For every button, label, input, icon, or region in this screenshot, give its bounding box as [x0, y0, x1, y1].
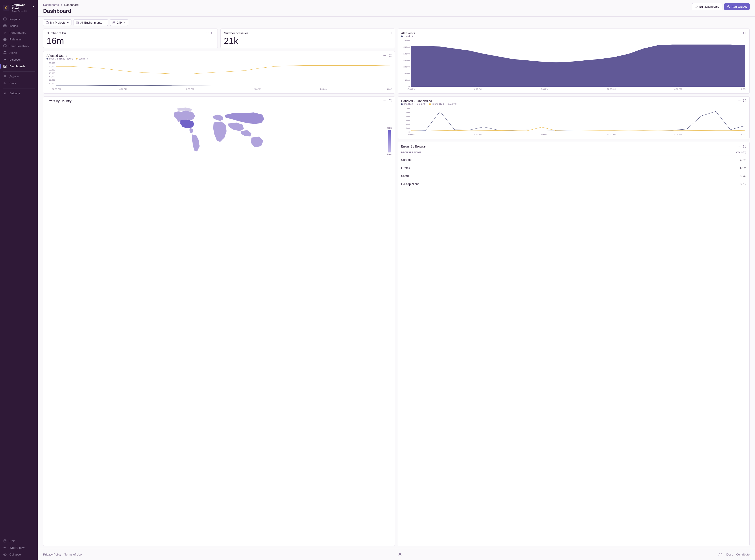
projects-filter[interactable]: My Projects [43, 19, 72, 26]
expand-icon[interactable] [388, 54, 392, 57]
chevron-down-icon [123, 22, 126, 24]
svg-point-40 [385, 101, 386, 101]
svg-text:0: 0 [408, 131, 410, 133]
widget-title: Number of Issues [224, 32, 249, 35]
footer-link[interactable]: Docs [726, 553, 733, 556]
sidebar-item-label: Performance [9, 31, 26, 34]
widget-title: Affected Users [46, 54, 88, 58]
sidebar-item-collapse[interactable]: Collapse [0, 551, 38, 558]
chevron-down-icon [33, 5, 35, 8]
page-title: Dashboard [43, 8, 79, 14]
sidebar-item-dashboards[interactable]: Dashboards [0, 63, 38, 69]
sidebar-item-label: What's new [9, 546, 24, 549]
svg-text:50,000: 50,000 [49, 69, 55, 71]
topbar: Dashboards Dashboard Dashboard Edit Dash… [38, 0, 755, 17]
sidebar-item-performance[interactable]: Performance [0, 29, 38, 36]
dashboards-icon [3, 64, 7, 68]
expand-icon[interactable] [743, 32, 746, 35]
svg-rect-0 [4, 18, 6, 20]
org-logo [3, 5, 9, 11]
sidebar-item-label: Stats [9, 81, 16, 85]
sidebar-item-settings[interactable]: Settings [0, 90, 38, 97]
sentry-logo-icon [398, 552, 402, 557]
expand-icon[interactable] [388, 99, 392, 102]
svg-text:20,000: 20,000 [49, 79, 55, 81]
footer-link[interactable]: Privacy Policy [43, 553, 61, 556]
calendar-icon [112, 21, 116, 24]
sidebar-item-label: Dashboards [9, 65, 25, 68]
expand-icon[interactable] [211, 32, 214, 35]
more-icon[interactable] [383, 32, 386, 35]
footer-link[interactable]: Terms of Use [64, 553, 82, 556]
sidebar-item-label: Alerts [9, 51, 17, 55]
sidebar-item-help[interactable]: Help [0, 538, 38, 544]
edit-dashboard-button[interactable]: Edit Dashboard [692, 3, 722, 10]
svg-text:600: 600 [406, 119, 410, 121]
sidebar: Empower Plant Jane Schmidt ProjectsIssue… [0, 0, 38, 560]
performance-icon [3, 31, 7, 34]
svg-rect-5 [5, 66, 6, 67]
svg-rect-3 [4, 65, 5, 67]
time-range-filter[interactable]: 24H [110, 19, 128, 26]
more-icon[interactable] [738, 99, 741, 102]
svg-point-43 [740, 33, 740, 33]
breadcrumb-root[interactable]: Dashboards [43, 3, 59, 6]
sidebar-item-releases[interactable]: Releases [0, 36, 38, 43]
legend-item: count_unique(user) [46, 58, 73, 60]
svg-text:8:00 PM: 8:00 PM [186, 88, 194, 90]
more-icon[interactable] [738, 32, 741, 35]
more-icon[interactable] [383, 54, 386, 57]
org-switcher[interactable]: Empower Plant Jane Schmidt [0, 0, 38, 15]
sidebar-item-activity[interactable]: Activity [0, 73, 38, 80]
environments-filter[interactable]: All Environments [73, 19, 108, 26]
sidebar-item-label: User Feedback [9, 44, 29, 48]
table-row[interactable]: Chrome7.7m [401, 156, 746, 164]
svg-text:1,000: 1,000 [404, 112, 410, 114]
svg-text:8:00 AM: 8:00 AM [741, 133, 746, 136]
expand-icon[interactable] [743, 145, 746, 148]
more-icon[interactable] [383, 99, 386, 102]
sidebar-item-discover[interactable]: Discover [0, 56, 38, 63]
sidebar-item-stats[interactable]: Stats [0, 80, 38, 86]
sidebar-item-whats-new[interactable]: What's new [0, 544, 38, 551]
sidebar-item-projects[interactable]: Projects [0, 16, 38, 22]
svg-text:70,000: 70,000 [403, 40, 410, 42]
table-row[interactable]: Safari524k [401, 172, 746, 180]
sidebar-item-issues[interactable]: Issues [0, 22, 38, 29]
pencil-icon [695, 5, 698, 8]
svg-point-9 [4, 547, 5, 548]
expand-icon[interactable] [388, 32, 392, 35]
widget-errors-by-browser: Errors By Browser BROWSER.NAME COUNT() C… [398, 142, 750, 546]
footer: Privacy PolicyTerms of Use APIDocsContri… [38, 549, 755, 560]
svg-point-17 [208, 33, 209, 33]
help-icon [3, 539, 7, 543]
svg-text:50,000: 50,000 [403, 53, 410, 55]
sidebar-item-user-feedback[interactable]: User Feedback [0, 43, 38, 49]
more-icon[interactable] [738, 145, 741, 148]
svg-point-38 [383, 101, 384, 101]
table-row[interactable]: Firefox1.1m [401, 164, 746, 172]
widget-title: Number of Err… [46, 32, 70, 35]
sidebar-item-alerts[interactable]: Alerts [0, 49, 38, 56]
svg-text:800: 800 [406, 115, 410, 117]
add-widget-button[interactable]: Add Widget [724, 3, 750, 10]
user-feedback-icon [3, 44, 7, 48]
svg-point-60 [740, 101, 740, 101]
svg-point-19 [385, 33, 385, 33]
projects-icon [3, 17, 7, 21]
svg-text:4:00 AM: 4:00 AM [674, 133, 682, 136]
more-icon[interactable] [206, 32, 209, 35]
sidebar-item-label: Collapse [9, 553, 21, 556]
window-icon [76, 21, 79, 24]
table-header-count: COUNT() [631, 149, 746, 156]
map-legend: High Low [387, 127, 392, 156]
table-row[interactable]: Go-http-client331k [401, 180, 746, 188]
expand-icon[interactable] [743, 99, 746, 102]
widget-value: 21k [224, 36, 392, 45]
footer-link[interactable]: Contribute [736, 553, 750, 556]
footer-link[interactable]: API [718, 553, 723, 556]
alerts-icon [3, 51, 7, 55]
svg-point-58 [738, 101, 738, 101]
svg-text:200: 200 [406, 127, 410, 129]
sidebar-item-label: Projects [9, 18, 20, 21]
